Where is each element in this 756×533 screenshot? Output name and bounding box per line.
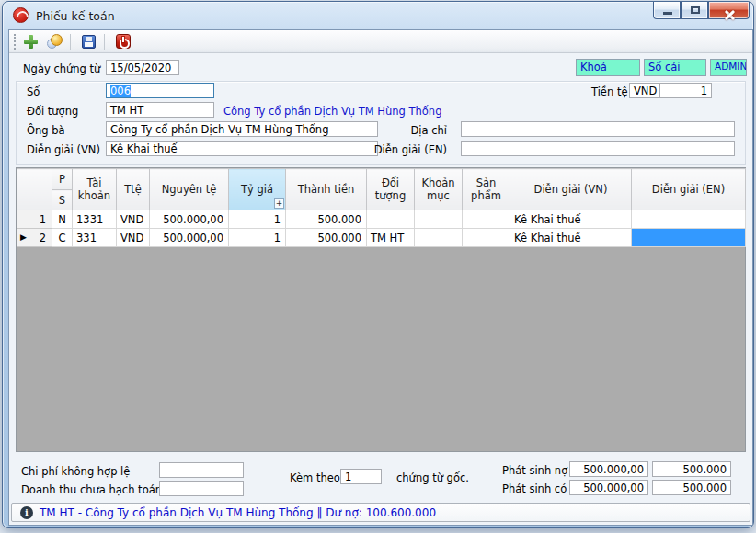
app-window: Phiếu kế toán Ngày chứng từ 15/05/2020 K… — [2, 1, 754, 528]
cell-account[interactable]: 1331 — [73, 210, 117, 229]
address-label: Địa chỉ — [352, 124, 447, 137]
selected-text: 006 — [110, 85, 131, 97]
ledger-tag[interactable]: Sổ cái — [644, 59, 706, 76]
user-tag[interactable]: ADMIN — [710, 59, 747, 76]
cell-desc-vn[interactable]: Kê Khai thuế — [510, 210, 632, 229]
credit-total-box: 500.000 — [652, 480, 731, 495]
cell-amount[interactable]: 500.000 — [286, 229, 367, 247]
address-input[interactable] — [461, 121, 735, 137]
table-row: 1 N 1331 VND 500.000,00 1 500.000 Kê Kha… — [17, 210, 746, 229]
row-number-cell[interactable]: ▶2 — [17, 229, 52, 247]
attach-suffix-label: chứng từ gốc. — [396, 471, 469, 484]
toolbar-grip[interactable] — [14, 34, 17, 50]
column-header-product[interactable]: Sản phẩm — [463, 169, 510, 210]
cell-rate[interactable]: 1 — [229, 229, 286, 247]
attach-count-input[interactable]: 1 — [340, 469, 382, 484]
cell-currency[interactable]: VND — [117, 210, 150, 229]
lock-tag[interactable]: Khoá — [576, 59, 640, 76]
credit-amount-box: 500.000,00 — [569, 480, 648, 495]
column-header-amount-fc[interactable]: Nguyên tệ — [150, 169, 229, 210]
cell-ps[interactable]: C — [52, 229, 73, 247]
current-row-marker: ▶ — [20, 232, 27, 244]
column-header-account[interactable]: Tài khoản — [73, 169, 117, 210]
power-icon — [116, 34, 131, 49]
column-header-rate[interactable]: Tỷ giá+ — [229, 169, 286, 210]
screen: Phiếu kế toán Ngày chứng từ 15/05/2020 K… — [0, 0, 756, 533]
row-number: 2 — [40, 232, 46, 244]
cell-desc-en[interactable] — [632, 210, 746, 229]
invalid-expense-label: Chi phí không hợp lệ — [21, 465, 130, 478]
save-icon — [82, 35, 96, 49]
cell-ps[interactable]: N — [52, 210, 73, 229]
cell-amount-fc[interactable]: 500.000,00 — [150, 229, 229, 247]
cell-desc-en-selected[interactable] — [632, 229, 746, 247]
cell-item[interactable] — [415, 229, 463, 247]
cell-rate[interactable]: 1 — [229, 210, 286, 229]
attach-label: Kèm theo — [290, 471, 340, 484]
column-header-amount[interactable]: Thành tiền — [286, 169, 367, 210]
invalid-expense-input[interactable] — [159, 462, 244, 478]
desc-en-input[interactable] — [461, 141, 735, 156]
cell-desc-vn[interactable]: Kê Khai thuế — [510, 229, 632, 247]
contact-label: Ông bà — [27, 124, 65, 137]
contact-input[interactable]: Công Ty cổ phần Dịch Vụ TM Hùng Thống — [106, 121, 378, 137]
toolbar — [9, 30, 752, 53]
window-title: Phiếu kế toán — [36, 9, 115, 23]
column-header-s[interactable]: S — [52, 190, 73, 210]
toolbar-separator — [104, 34, 105, 50]
currency-code-input[interactable]: VND — [629, 83, 659, 98]
partner-code-input[interactable]: TM HT — [106, 102, 214, 118]
cell-item[interactable] — [415, 210, 463, 229]
cell-product[interactable] — [463, 229, 510, 247]
cell-amount-fc[interactable]: 500.000,00 — [150, 210, 229, 229]
grid-empty-area — [17, 247, 745, 451]
maximize-button[interactable] — [681, 2, 708, 19]
column-header-desc-en[interactable]: Diễn giải (EN) — [632, 169, 746, 210]
save-button[interactable] — [78, 32, 99, 51]
add-button[interactable] — [20, 32, 41, 51]
expand-column-button[interactable]: + — [274, 198, 284, 209]
currency-label: Tiền tệ — [591, 85, 627, 98]
close-button[interactable] — [708, 2, 750, 19]
row-indicator-header[interactable] — [17, 169, 52, 210]
debit-total-box: 500.000 — [652, 461, 731, 477]
cell-partner[interactable]: TM HT — [367, 229, 415, 247]
debit-label: Phát sinh nợ — [502, 464, 567, 477]
cell-account[interactable]: 331 — [73, 229, 117, 247]
column-header-partner[interactable]: Đối tượng — [367, 169, 415, 210]
rate-header-label: Tỷ giá — [241, 183, 273, 196]
status-text: TM HT - Công Ty cổ phần Dịch Vụ TM Hùng … — [40, 506, 436, 519]
cell-product[interactable] — [463, 210, 510, 229]
entries-grid: P Tài khoản Ttệ Nguyên tệ Tỷ giá+ Thành … — [16, 167, 746, 452]
desc-vn-input[interactable]: Kê Khai thuế — [106, 141, 378, 156]
minimize-button[interactable] — [653, 2, 681, 19]
cell-partner[interactable] — [367, 210, 415, 229]
unbooked-revenue-input[interactable] — [159, 481, 244, 496]
voucher-number-input[interactable]: 006 — [106, 83, 214, 98]
credit-label: Phát sinh có — [502, 482, 567, 495]
row-number-cell[interactable]: 1 — [17, 210, 52, 229]
partner-name-text: Công Ty cổ phần Dịch Vụ TM Hùng Thống — [223, 105, 441, 118]
column-header-p[interactable]: P — [52, 169, 73, 190]
date-input[interactable]: 15/05/2020 — [106, 60, 179, 75]
status-bar: i TM HT - Công Ty cổ phần Dịch Vụ TM Hùn… — [11, 503, 750, 522]
cell-currency[interactable]: VND — [117, 229, 150, 247]
minimize-icon — [663, 12, 672, 15]
table-row: ▶2 C 331 VND 500.000,00 1 500.000 TM HT … — [17, 229, 746, 247]
add-icon — [24, 35, 38, 49]
exit-button[interactable] — [112, 32, 133, 51]
column-header-desc-vn[interactable]: Diễn giải (VN) — [510, 169, 632, 210]
titlebar[interactable]: Phiếu kế toán — [3, 2, 753, 29]
app-icon — [13, 7, 29, 23]
column-header-item[interactable]: Khoản mục — [415, 169, 463, 210]
copy-coin-icon — [47, 34, 63, 49]
date-label: Ngày chứng từ — [23, 62, 100, 75]
unbooked-revenue-label: Doanh thu chưa hạch toán — [21, 483, 162, 496]
exchange-rate-input[interactable]: 1 — [659, 83, 712, 98]
column-header-currency[interactable]: Ttệ — [117, 169, 150, 210]
info-icon: i — [20, 506, 33, 519]
toolbar-separator — [70, 34, 71, 50]
copy-button[interactable] — [44, 32, 65, 51]
cell-amount[interactable]: 500.000 — [286, 210, 367, 229]
number-label: Số — [27, 85, 40, 98]
